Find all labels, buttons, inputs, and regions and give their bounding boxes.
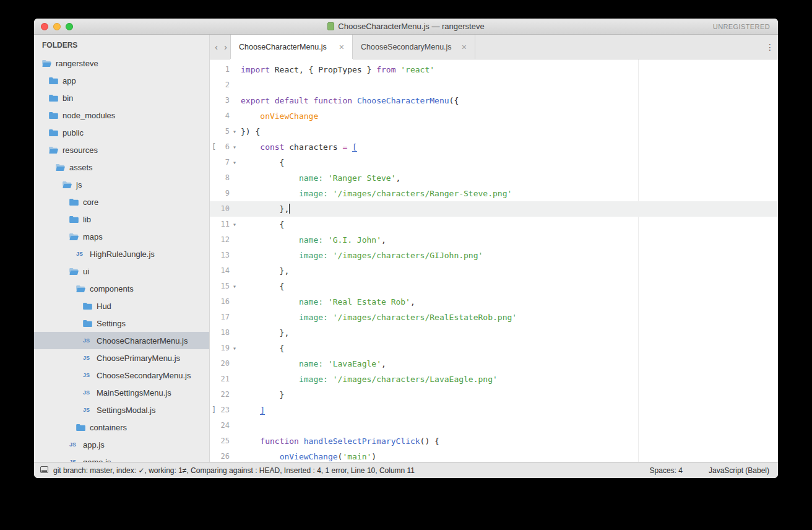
- tab-close-icon[interactable]: ×: [462, 42, 467, 52]
- panel-toggle-icon[interactable]: [40, 466, 48, 475]
- tree-item-settings[interactable]: Settings: [34, 315, 209, 332]
- tree-item-label: app: [63, 76, 76, 85]
- code-text: image: '/images/characters/RealEstateRob…: [241, 310, 517, 325]
- tree-item-label: game.js: [83, 458, 111, 463]
- token: [328, 375, 333, 384]
- code-line-23[interactable]: ]23 ]: [210, 402, 778, 418]
- token: 'Real Estate Rob': [328, 297, 410, 306]
- tree-item-chooseprimarymenu-js[interactable]: JSChoosePrimaryMenu.js: [34, 349, 209, 367]
- fold-arrow-icon[interactable]: ▾: [230, 155, 240, 170]
- fold-arrow-icon[interactable]: ▾: [230, 341, 240, 356]
- syntax-setting[interactable]: JavaScript (Babel): [709, 466, 769, 475]
- fold-arrow-icon[interactable]: ▾: [230, 139, 240, 155]
- fold-arrow-icon[interactable]: ▾: [230, 217, 240, 232]
- code-text: name: 'G.I. John',: [241, 232, 386, 248]
- tree-item-app[interactable]: app: [34, 72, 209, 89]
- tab-close-icon[interactable]: ×: [339, 42, 344, 52]
- tree-item-choosesecondarymenu-js[interactable]: JSChooseSecondaryMenu.js: [34, 367, 209, 384]
- tree-item-rangersteve[interactable]: rangersteve: [34, 54, 209, 72]
- code-editor[interactable]: 1import React, { PropTypes } from 'react…: [210, 59, 778, 462]
- tab-choosecharactermenu-js[interactable]: ChooseCharacterMenu.js×: [230, 35, 353, 59]
- minimize-window-button[interactable]: [53, 23, 61, 30]
- tree-item-core[interactable]: core: [34, 193, 209, 211]
- token: [241, 173, 299, 183]
- code-line-24[interactable]: 24: [210, 418, 778, 433]
- token: [328, 313, 333, 322]
- line-number: 2: [217, 77, 230, 93]
- token: '/images/characters/LavaEagle.png': [333, 375, 498, 384]
- tree-item-label: lib: [83, 215, 91, 224]
- token: },: [241, 328, 289, 337]
- code-line-12[interactable]: 12 name: 'G.I. John',: [210, 232, 778, 248]
- tree-item-resources[interactable]: resources: [34, 141, 209, 159]
- code-line-15[interactable]: 15▾ {: [210, 279, 778, 294]
- code-line-1[interactable]: 1import React, { PropTypes } from 'react…: [210, 62, 778, 77]
- gutter-spacer: [230, 433, 240, 449]
- tree-item-hud[interactable]: Hud: [34, 297, 209, 315]
- code-line-14[interactable]: 14 },: [210, 263, 778, 279]
- tree-item-label: SettingsModal.js: [97, 406, 155, 415]
- tree-item-maps[interactable]: maps: [34, 228, 209, 245]
- tree-item-mainsettingsmenu-js[interactable]: JSMainSettingsMenu.js: [34, 384, 209, 401]
- token: [323, 359, 328, 368]
- code-line-25[interactable]: 25 function handleSelectPrimaryClick() {: [210, 433, 778, 449]
- code-line-8[interactable]: 8 name: 'Ranger Steve',: [210, 170, 778, 186]
- tree-item-highrulejungle-js[interactable]: JSHighRuleJungle.js: [34, 245, 209, 263]
- token: [241, 297, 299, 306]
- fold-arrow-icon[interactable]: ▾: [230, 279, 240, 294]
- close-window-button[interactable]: [41, 23, 48, 30]
- tree-item-game-js[interactable]: JSgame.js: [34, 453, 209, 462]
- code-line-16[interactable]: 16 name: 'Real Estate Rob',: [210, 294, 778, 310]
- code-line-4[interactable]: 4 onViewChange: [210, 108, 778, 124]
- tree-item-assets[interactable]: assets: [34, 159, 209, 176]
- token: name:: [299, 297, 323, 306]
- indentation-setting[interactable]: Spaces: 4: [650, 466, 683, 475]
- token: [241, 313, 299, 322]
- zoom-window-button[interactable]: [66, 23, 73, 30]
- code-line-22[interactable]: 22 }: [210, 387, 778, 402]
- code-line-3[interactable]: 3export default function ChooseCharacter…: [210, 93, 778, 108]
- code-line-17[interactable]: 17 image: '/images/characters/RealEstate…: [210, 310, 778, 325]
- tree-item-app-js[interactable]: JSapp.js: [34, 436, 209, 453]
- code-line-9[interactable]: 9 image: '/images/characters/Ranger-Stev…: [210, 186, 778, 201]
- tree-item-node-modules[interactable]: node_modules: [34, 106, 209, 124]
- tab-scroll-right-icon[interactable]: ›: [221, 35, 230, 59]
- tree-item-js[interactable]: js: [34, 176, 209, 193]
- folder-icon: [49, 77, 59, 84]
- code-line-19[interactable]: 19▾ {: [210, 341, 778, 356]
- tab-scroll-left-icon[interactable]: ‹: [212, 35, 221, 59]
- code-line-18[interactable]: 18 },: [210, 325, 778, 341]
- code-line-6[interactable]: [6▾ const characters = [: [210, 139, 778, 155]
- line-number: 12: [217, 232, 230, 248]
- code-line-11[interactable]: 11▾ {: [210, 217, 778, 232]
- title-bar[interactable]: ChooseCharacterMenu.js — rangersteve UNR…: [34, 19, 778, 35]
- tree-item-bin[interactable]: bin: [34, 89, 209, 106]
- code-line-10[interactable]: 10 },: [210, 201, 778, 217]
- tree-item-components[interactable]: components: [34, 280, 209, 297]
- tree-item-ui[interactable]: ui: [34, 263, 209, 280]
- sublime-text-window: ChooseCharacterMenu.js — rangersteve UNR…: [34, 19, 778, 478]
- tree-item-settingsmodal-js[interactable]: JSSettingsModal.js: [34, 401, 209, 419]
- tree-item-label: maps: [83, 232, 103, 241]
- tree-item-choosecharactermenu-js[interactable]: JSChooseCharacterMenu.js: [34, 332, 209, 349]
- token: from: [376, 65, 395, 74]
- code-line-20[interactable]: 20 name: 'LavaEagle',: [210, 356, 778, 371]
- fold-arrow-icon[interactable]: ▾: [230, 124, 240, 139]
- tab-overflow-menu-icon[interactable]: ⋮: [762, 35, 778, 59]
- code-line-26[interactable]: 26 onViewChange('main'): [210, 449, 778, 462]
- tab-choosesecondarymenu-js[interactable]: ChooseSecondaryMenu.js×: [353, 35, 475, 59]
- gutter-spacer: [230, 263, 240, 279]
- folder-icon: [49, 129, 59, 136]
- code-line-13[interactable]: 13 image: '/images/characters/GIJohn.png…: [210, 248, 778, 263]
- tree-item-lib[interactable]: lib: [34, 211, 209, 228]
- code-line-5[interactable]: 5▾}) {: [210, 124, 778, 139]
- tree-item-public[interactable]: public: [34, 124, 209, 141]
- code-line-21[interactable]: 21 image: '/images/characters/LavaEagle.…: [210, 371, 778, 387]
- gutter-spacer: [230, 170, 240, 186]
- text-cursor: [289, 204, 290, 214]
- token: }) {: [241, 127, 260, 136]
- code-text: image: '/images/characters/GIJohn.png': [241, 248, 483, 263]
- code-line-7[interactable]: 7▾ {: [210, 155, 778, 170]
- tree-item-containers[interactable]: containers: [34, 419, 209, 436]
- code-line-2[interactable]: 2: [210, 77, 778, 93]
